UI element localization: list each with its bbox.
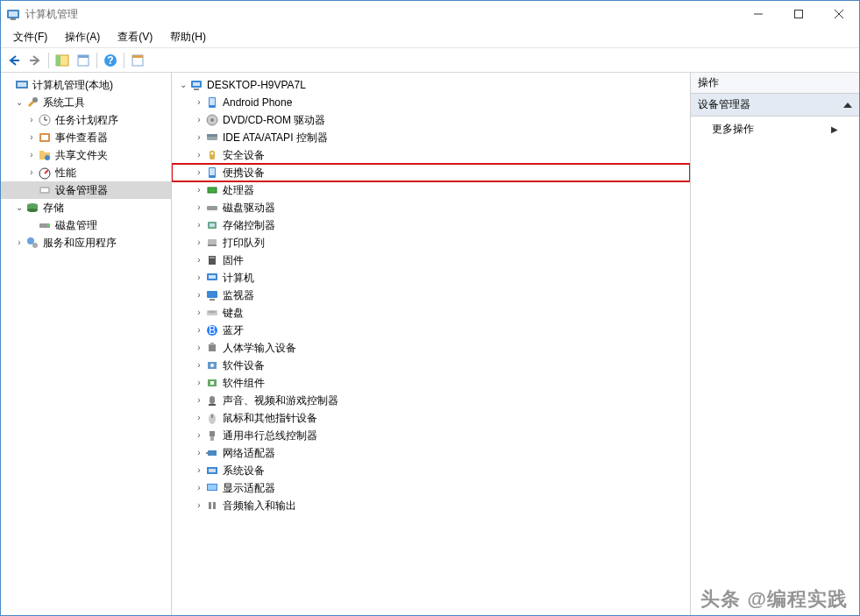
device-category-label: 人体学输入设备 <box>223 341 296 356</box>
expand-icon[interactable]: › <box>193 466 205 475</box>
console-tree[interactable]: 计算机管理(本地) ⌄ 系统工具 › 任务计划程序 › 事件查看器 › 共享文件… <box>1 73 172 615</box>
device-category[interactable]: ›打印队列 <box>172 234 690 251</box>
tree-root[interactable]: 计算机管理(本地) <box>1 76 171 94</box>
expand-icon[interactable]: › <box>193 238 205 247</box>
expand-icon[interactable]: › <box>25 133 38 142</box>
expand-icon[interactable]: › <box>193 431 205 440</box>
device-category[interactable]: ›IDE ATA/ATAPI 控制器 <box>172 129 690 146</box>
device-category-label: 便携设备 <box>223 166 265 181</box>
expand-icon[interactable]: › <box>193 484 205 492</box>
expand-icon[interactable]: › <box>193 98 205 107</box>
device-root[interactable]: ⌄ DESKTOP-H9VPA7L <box>172 76 690 94</box>
svg-rect-61 <box>210 257 215 258</box>
expand-icon[interactable]: › <box>193 326 205 335</box>
device-category[interactable]: ›网络适配器 <box>172 444 690 462</box>
device-category[interactable]: ›显示适配器 <box>172 479 690 497</box>
device-category-label: 键盘 <box>223 306 244 321</box>
device-category[interactable]: ›磁盘驱动器 <box>172 199 690 216</box>
expand-icon[interactable]: › <box>25 168 38 177</box>
expand-icon[interactable]: › <box>193 396 205 405</box>
expand-icon[interactable]: › <box>193 414 205 422</box>
tree-system-tools[interactable]: ⌄ 系统工具 <box>1 94 171 111</box>
collapse-up-icon[interactable] <box>843 103 852 108</box>
actions-more[interactable]: 更多操作 ▶ <box>691 117 859 142</box>
menu-action[interactable]: 操作(A) <box>56 27 109 47</box>
tree-performance[interactable]: › 性能 <box>1 164 171 181</box>
performance-icon <box>38 166 52 180</box>
svg-rect-51 <box>210 168 215 175</box>
back-button[interactable] <box>4 51 24 70</box>
collapse-icon[interactable]: ⌄ <box>177 81 189 89</box>
actions-pane: 操作 设备管理器 更多操作 ▶ <box>691 73 859 615</box>
collapse-icon[interactable]: ⌄ <box>13 203 25 212</box>
device-category-icon <box>205 499 219 513</box>
expand-icon[interactable]: › <box>193 221 205 230</box>
close-button[interactable] <box>819 1 859 27</box>
help-button[interactable]: ? <box>101 51 120 70</box>
expand-icon[interactable]: › <box>25 151 38 159</box>
device-category[interactable]: ›处理器 <box>172 181 690 199</box>
menu-file[interactable]: 文件(F) <box>4 27 56 47</box>
device-category[interactable]: ›计算机 <box>172 269 690 287</box>
tree-label: 设备管理器 <box>55 183 108 198</box>
maximize-button[interactable] <box>778 1 819 27</box>
menu-help[interactable]: 帮助(H) <box>161 27 215 47</box>
device-category[interactable]: ›监视器 <box>172 287 690 304</box>
device-category-icon <box>205 341 219 355</box>
tree-device-manager[interactable]: 设备管理器 <box>1 181 171 199</box>
actions-context[interactable]: 设备管理器 <box>691 94 859 117</box>
expand-icon[interactable]: › <box>193 168 205 177</box>
device-category[interactable]: ›系统设备 <box>172 462 690 479</box>
device-category[interactable]: ›键盘 <box>172 304 690 322</box>
device-category[interactable]: ›固件 <box>172 251 690 269</box>
device-category[interactable]: ›安全设备 <box>172 146 690 164</box>
device-category[interactable]: ›鼠标和其他指针设备 <box>172 409 690 427</box>
tree-storage[interactable]: ⌄ 存储 <box>1 199 171 216</box>
device-category[interactable]: ›B蓝牙 <box>172 322 690 339</box>
device-category-icon <box>205 288 219 302</box>
expand-icon[interactable]: › <box>193 501 205 510</box>
expand-icon[interactable]: › <box>193 343 205 352</box>
tree-disk-management[interactable]: 磁盘管理 <box>1 216 171 234</box>
forward-button[interactable] <box>25 51 45 70</box>
toolbar-separator <box>124 53 124 68</box>
device-category[interactable]: ›Android Phone <box>172 94 690 111</box>
tree-event-viewer[interactable]: › 事件查看器 <box>1 129 171 146</box>
expand-icon[interactable]: › <box>193 291 205 300</box>
device-category-label: 通用串行总线控制器 <box>223 428 317 443</box>
computer-icon <box>189 78 203 92</box>
device-category[interactable]: ›存储控制器 <box>172 216 690 234</box>
expand-icon[interactable]: › <box>193 449 205 457</box>
device-category[interactable]: ›软件组件 <box>172 374 690 392</box>
tree-services[interactable]: › 服务和应用程序 <box>1 234 171 251</box>
collapse-icon[interactable]: ⌄ <box>13 98 25 107</box>
device-category[interactable]: ›DVD/CD-ROM 驱动器 <box>172 111 690 129</box>
expand-icon[interactable]: › <box>13 238 25 247</box>
expand-icon[interactable]: › <box>193 151 205 159</box>
device-category[interactable]: ›人体学输入设备 <box>172 339 690 357</box>
expand-icon[interactable]: › <box>25 116 38 124</box>
tree-shared-folders[interactable]: › 共享文件夹 <box>1 146 171 164</box>
minimize-button[interactable] <box>738 1 778 27</box>
expand-icon[interactable]: › <box>193 273 205 282</box>
expand-icon[interactable]: › <box>193 186 205 195</box>
device-tree[interactable]: ⌄ DESKTOP-H9VPA7L ›Android Phone›DVD/CD-… <box>172 73 691 615</box>
menu-view[interactable]: 查看(V) <box>109 27 161 47</box>
expand-icon[interactable]: › <box>193 361 205 370</box>
refresh-button[interactable] <box>128 51 147 70</box>
device-category[interactable]: ›便携设备 <box>172 164 690 181</box>
expand-icon[interactable]: › <box>193 308 205 317</box>
expand-icon[interactable]: › <box>193 133 205 142</box>
device-category[interactable]: ›音频输入和输出 <box>172 497 690 514</box>
device-category[interactable]: ›通用串行总线控制器 <box>172 427 690 444</box>
expand-icon[interactable]: › <box>193 203 205 212</box>
expand-icon[interactable]: › <box>193 256 205 265</box>
storage-icon <box>25 201 39 215</box>
tree-task-scheduler[interactable]: › 任务计划程序 <box>1 111 171 129</box>
show-hide-tree-button[interactable] <box>53 51 72 70</box>
expand-icon[interactable]: › <box>193 116 205 124</box>
device-category[interactable]: ›软件设备 <box>172 357 690 374</box>
expand-icon[interactable]: › <box>193 379 205 387</box>
device-category[interactable]: ›声音、视频和游戏控制器 <box>172 392 690 409</box>
properties-button[interactable] <box>74 51 93 70</box>
